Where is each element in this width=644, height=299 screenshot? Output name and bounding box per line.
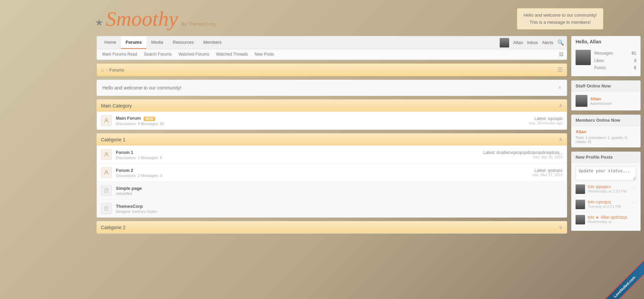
staff-avatar: [576, 95, 587, 107]
staff-card-body: Allan Administrator: [572, 92, 640, 110]
category-2-title: Catégorie 2: [101, 225, 125, 230]
profile-post-input[interactable]: [576, 166, 636, 180]
profile-post-dots-2[interactable]: ···: [632, 200, 636, 205]
forum-1-icon: [101, 149, 112, 160]
profile-post-user-3[interactable]: toto ► Allan qzdcfzqa: [588, 215, 636, 220]
nav-resources[interactable]: Resources: [168, 36, 199, 49]
nav-home[interactable]: Home: [100, 36, 121, 49]
simple-page-icon: [101, 185, 112, 196]
forum-2-latest: Latest: qsdcqsc toto, Mar 27, 2015: [502, 168, 563, 177]
subnav-watched-threads[interactable]: Watched Threads: [214, 51, 250, 57]
forum-name[interactable]: Main Forum NEW: [116, 116, 498, 121]
forum-row: Forum 2 Discussions: 2 Messages: 3 Lates…: [97, 163, 567, 181]
user-stats-container: Messages: 61 Likes: 3 Points: 8: [594, 50, 636, 72]
logo-star-icon: ★: [95, 17, 103, 28]
profile-post-avatar-2: [576, 200, 585, 209]
nav-inbox[interactable]: Inbox: [527, 40, 538, 45]
user-info-row: Messages: 61 Likes: 3 Points: 8: [576, 50, 636, 72]
forum-row-themescorp: ThemesCorp Designer XenForo Styles: [97, 199, 567, 217]
category-main-title: Main Category: [101, 103, 132, 108]
profile-post-item-1: toto qqsqacx Wednesday at 2:33 PM ···: [576, 181, 636, 197]
search-icon[interactable]: 🔍: [557, 39, 564, 46]
themescorp-name[interactable]: ThemesCorp: [116, 204, 563, 209]
subnav-icon: 🖼: [559, 52, 563, 57]
sub-nav: Mark Forums Read Search Forums Watched F…: [97, 49, 567, 60]
profile-posts-header: New Profile Posts: [572, 152, 640, 163]
logo-text: Smoothy: [106, 7, 178, 31]
avatar-inner: [500, 38, 509, 47]
category-2: Catégorie 2 ∨: [97, 221, 567, 234]
forum-latest-title: Latest: sqcsqdc: [502, 116, 563, 121]
staff-card-header: Staff Online Now: [572, 81, 640, 92]
points-value: 8: [634, 64, 636, 72]
svg-point-2: [105, 171, 107, 173]
subnav-search[interactable]: Search Forums: [142, 51, 174, 57]
forum-1-info: Forum 1 Discussions: 1 Messages: 6: [116, 150, 479, 160]
profile-post-time-2: Tuesday at 2:21 PM: [588, 204, 629, 208]
forum-stats: Discussions: 9 Messages: 82: [116, 122, 498, 126]
profile-post-info-3: toto ► Allan qzdcfzqa Wednesday at...: [588, 215, 636, 224]
user-stats-row-2: Likes: 3: [594, 57, 636, 65]
watermark-label: LoveNulled.com: [596, 258, 644, 299]
forum-2-name[interactable]: Forum 2: [116, 168, 498, 173]
members-total: Total: 1 (members: 1, guests: 0, robots:…: [576, 136, 636, 144]
profile-post-time-3: Wednesday at...: [588, 220, 636, 224]
right-sidebar: Hello, Allan Messages: 61 Likes: 3: [571, 36, 641, 237]
simple-page-name[interactable]: Simple page: [116, 186, 563, 191]
messages-value: 61: [632, 50, 636, 57]
welcome-banner: Hello and welcome to our community! ×: [97, 80, 567, 96]
forum-badge: NEW: [144, 117, 155, 121]
forum-2-latest-by: toto, Mar 27, 2015: [502, 173, 563, 177]
members-online-name[interactable]: Allan: [576, 129, 636, 134]
home-icon[interactable]: ⌂: [101, 67, 104, 73]
nav-user-avatar[interactable]: [500, 38, 509, 47]
category-main-header: Main Category ∧: [97, 100, 567, 112]
themescorp-info: ThemesCorp Designer XenForo Styles: [116, 204, 563, 214]
profile-post-info-1: toto qqsqacx Wednesday at 2:33 PM: [588, 184, 629, 193]
nav-media[interactable]: Media: [146, 36, 168, 49]
forum-2-stats: Discussions: 2 Messages: 3: [116, 174, 498, 178]
subnav-mark-read[interactable]: Mark Forums Read: [100, 51, 139, 57]
forum-latest: Latest: sqcsqdc toto, 39 minutes ago: [502, 116, 563, 125]
profile-post-dots-1[interactable]: ···: [632, 184, 636, 190]
profile-post-user-1[interactable]: toto qqsqacx: [588, 184, 629, 189]
likes-label: Likes:: [594, 57, 605, 65]
profile-posts-card: New Profile Posts toto qqsqacx Wednesday…: [571, 152, 641, 231]
forum-1-stats: Discussions: 1 Messages: 6: [116, 156, 479, 160]
profile-post-item-3: toto ► Allan qzdcfzqa Wednesday at...: [576, 212, 636, 227]
forum-2-icon: [101, 167, 112, 178]
forum-2-info: Forum 2 Discussions: 2 Messages: 3: [116, 168, 498, 178]
category-main-collapse[interactable]: ∧: [559, 102, 563, 109]
forum-icon: [101, 115, 112, 126]
forum-1-name[interactable]: Forum 1: [116, 150, 479, 155]
main-nav: Home Forums Media Resources Members Alla…: [97, 36, 567, 49]
staff-name[interactable]: Allan: [590, 96, 612, 101]
close-banner-button[interactable]: ×: [558, 85, 561, 91]
nav-alerts[interactable]: Alerts: [542, 40, 553, 45]
forum-row: Forum 1 Discussions: 1 Messages: 6 Lates…: [97, 145, 567, 163]
category-main: Main Category ∧ Main Forum NEW: [97, 99, 567, 130]
profile-post-info-2: toto cqscqcq Tuesday at 2:21 PM: [588, 200, 629, 208]
nav-members[interactable]: Members: [199, 36, 226, 49]
profile-posts-body: toto qqsqacx Wednesday at 2:33 PM ··· to…: [572, 163, 640, 231]
category-1-collapse[interactable]: ∧: [559, 136, 563, 143]
nav-forums[interactable]: Forums: [121, 36, 147, 49]
profile-post-avatar-1: [576, 184, 585, 194]
forum-1-latest-title: Latest: dcqdwcvqscqcqsdcqscqsdcsqdcsq...: [483, 150, 563, 155]
user-avatar-sidebar[interactable]: [576, 50, 591, 65]
svg-point-0: [105, 119, 107, 121]
category-2-collapse[interactable]: ∨: [559, 224, 563, 231]
nav-username[interactable]: Allan: [513, 40, 523, 45]
profile-post-user-2[interactable]: toto cqscqcq: [588, 200, 629, 204]
logo-area: ★ Smoothy By ThemesCorp: [95, 7, 215, 31]
welcome-box-line1: Hello and welcome to our community!: [523, 12, 597, 19]
logo-by: By ThemesCorp: [182, 21, 216, 27]
profile-post-time-1: Wednesday at 2:33 PM: [588, 189, 629, 193]
category-2-header: Catégorie 2 ∨: [97, 221, 567, 233]
breadcrumb-menu-icon[interactable]: ☰: [557, 66, 563, 74]
subnav-watched-forums[interactable]: Watched Forums: [176, 51, 211, 57]
members-card: Members Online Now Allan Total: 1 (membe…: [571, 115, 641, 147]
likes-value: 3: [634, 57, 636, 65]
main-layout: Home Forums Media Resources Members Alla…: [0, 36, 644, 237]
subnav-new-posts[interactable]: New Posts: [253, 51, 276, 57]
